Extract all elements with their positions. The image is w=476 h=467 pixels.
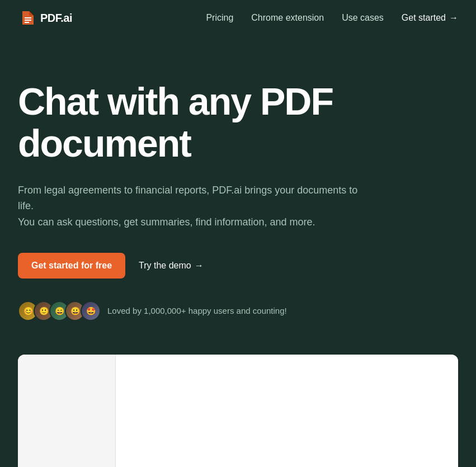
hero-title: Chat with any PDF document (18, 81, 458, 164)
get-started-button[interactable]: Get started for free (18, 253, 125, 279)
nav-use-cases[interactable]: Use cases (342, 13, 384, 23)
social-proof: 😊 🙂 😄 😀 🤩 Loved by 1,000,000+ happy user… (18, 301, 458, 321)
nav-cta-label: Get started (402, 13, 446, 23)
logo-label: PDF.ai (40, 12, 72, 25)
navbar: PDF.ai Pricing Chrome extension Use case… (0, 0, 476, 36)
try-demo-arrow: → (195, 261, 204, 271)
nav-get-started[interactable]: Get started → (402, 13, 458, 23)
hero-subtitle-line1: From legal agreements to financial repor… (18, 182, 376, 215)
cta-group: Get started for free Try the demo → (18, 253, 458, 279)
nav-links: Pricing Chrome extension Use cases Get s… (206, 13, 458, 23)
logo[interactable]: PDF.ai (18, 9, 72, 27)
nav-pricing[interactable]: Pricing (206, 13, 233, 23)
demo-main (116, 355, 458, 467)
hero-subtitle-line2: You can ask questions, get summaries, fi… (18, 214, 376, 230)
avatar-group: 😊 🙂 😄 😀 🤩 (18, 301, 101, 321)
logo-icon (18, 9, 36, 27)
hero-subtitle: From legal agreements to financial repor… (18, 182, 376, 230)
nav-chrome-extension[interactable]: Chrome extension (251, 13, 324, 23)
demo-sidebar (18, 355, 116, 467)
social-proof-text: Loved by 1,000,000+ happy users and coun… (107, 306, 287, 315)
demo-preview (18, 355, 458, 467)
avatar: 🤩 (81, 301, 101, 321)
try-demo-label: Try the demo (139, 261, 191, 271)
nav-cta-arrow: → (449, 13, 458, 23)
try-demo-button[interactable]: Try the demo → (139, 261, 204, 271)
hero-section: Chat with any PDF document From legal ag… (0, 36, 476, 355)
